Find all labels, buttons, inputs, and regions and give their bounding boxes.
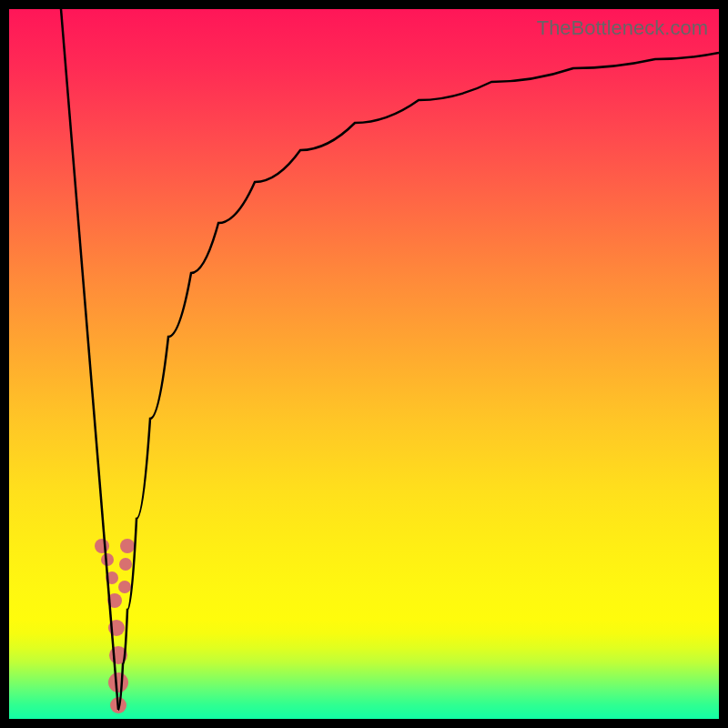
- chart-svg: [9, 9, 719, 719]
- chart-plot-area: TheBottleneck.com: [9, 9, 719, 719]
- data-point: [118, 581, 131, 593]
- data-point: [120, 539, 135, 553]
- curve-left-branch: [61, 9, 118, 710]
- data-point: [95, 539, 109, 553]
- data-points-group: [95, 539, 135, 713]
- watermark-text: TheBottleneck.com: [537, 16, 708, 40]
- data-point: [108, 672, 128, 693]
- curve-right-branch: [118, 53, 719, 710]
- data-point: [119, 558, 132, 571]
